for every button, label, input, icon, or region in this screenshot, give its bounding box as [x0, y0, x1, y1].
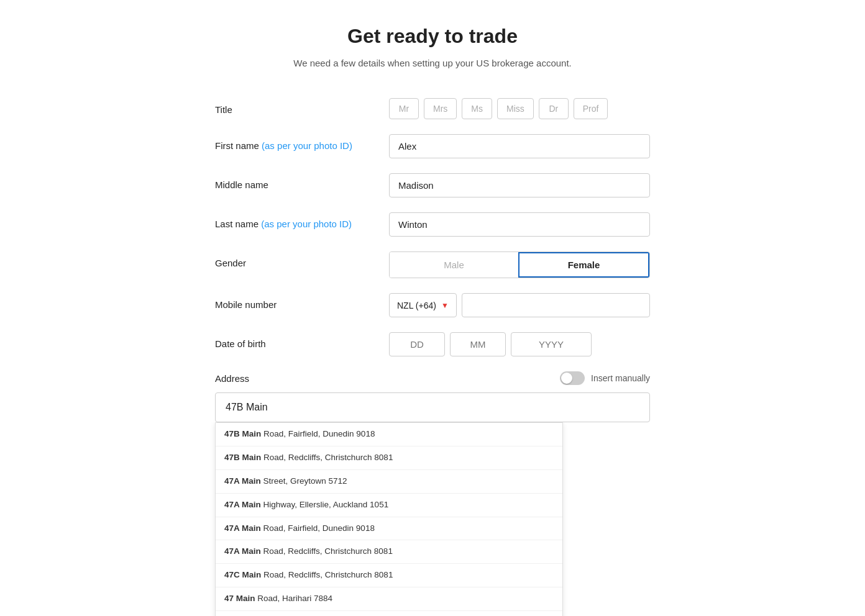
- title-btn-ms[interactable]: Ms: [462, 98, 492, 119]
- middle-name-input[interactable]: [389, 173, 650, 197]
- toggle-knob: [561, 373, 572, 384]
- dob-month-input[interactable]: [450, 332, 506, 356]
- first-name-hint: (as per your photo ID): [262, 140, 352, 151]
- insert-manually-toggle[interactable]: [560, 371, 585, 385]
- page-subtitle: We need a few details when setting up yo…: [12, 58, 853, 68]
- gender-male-button[interactable]: Male: [390, 252, 518, 278]
- mobile-inputs: NZL (+64) ▼: [389, 293, 650, 317]
- address-suggestion[interactable]: 47A Main Road, Fairfield, Dunedin 9018: [216, 517, 562, 541]
- address-suggestion[interactable]: 47C Main Road, Redcliffs, Christchurch 8…: [216, 564, 562, 587]
- last-name-input[interactable]: [389, 212, 650, 237]
- address-suggestion[interactable]: 47A Main Highway, Ellerslie, Auckland 10…: [216, 494, 562, 517]
- gender-buttons-group: Male Female: [389, 251, 650, 278]
- mobile-number-input[interactable]: [462, 293, 650, 317]
- dob-control: [389, 332, 650, 356]
- title-row: Title MrMrsMsMissDrProf: [215, 98, 650, 119]
- address-suggestion[interactable]: 47 Main Road, Harihari 7884: [216, 587, 562, 611]
- address-suggestion[interactable]: 47B Main Road, Fairfield, Dunedin 9018: [216, 423, 562, 446]
- address-dropdown: 47B Main Road, Fairfield, Dunedin 901847…: [215, 422, 563, 616]
- title-label: Title: [215, 98, 389, 115]
- country-code-text: NZL (+64): [397, 301, 436, 310]
- mobile-control: NZL (+64) ▼: [389, 293, 650, 317]
- address-suggestion[interactable]: 47B Main Road, Redcliffs, Christchurch 8…: [216, 446, 562, 470]
- gender-label: Gender: [215, 251, 389, 268]
- dob-inputs: [389, 332, 650, 356]
- dob-day-input[interactable]: [389, 332, 445, 356]
- insert-manually-label: Insert manually: [591, 373, 650, 383]
- mobile-row: Mobile number NZL (+64) ▼: [215, 293, 650, 317]
- last-name-control: [389, 212, 650, 237]
- address-input-wrapper: 47B Main Road, Fairfield, Dunedin 901847…: [215, 392, 650, 616]
- title-btn-mr[interactable]: Mr: [389, 98, 419, 119]
- middle-name-row: Middle name: [215, 173, 650, 197]
- first-name-row: First name (as per your photo ID): [215, 134, 650, 158]
- middle-name-label: Middle name: [215, 173, 389, 190]
- address-suggestion[interactable]: 47A Main Street, Greytown 5712: [216, 470, 562, 494]
- last-name-label: Last name (as per your photo ID): [215, 212, 389, 229]
- mobile-label: Mobile number: [215, 293, 389, 310]
- chevron-down-icon: ▼: [441, 301, 449, 310]
- dob-label: Date of birth: [215, 332, 389, 349]
- last-name-hint: (as per your photo ID): [261, 219, 352, 229]
- title-btn-prof[interactable]: Prof: [574, 98, 608, 119]
- address-label: Address: [215, 373, 389, 384]
- gender-female-button[interactable]: Female: [518, 252, 649, 278]
- page-title: Get ready to trade: [12, 25, 853, 48]
- middle-name-control: [389, 173, 650, 197]
- address-header-row: Address Insert manually: [215, 371, 650, 385]
- first-name-label: First name (as per your photo ID): [215, 134, 389, 151]
- gender-row: Gender Male Female: [215, 251, 650, 278]
- dob-row: Date of birth: [215, 332, 650, 356]
- address-suggestion[interactable]: 47A Main Road, Redcliffs, Christchurch 8…: [216, 540, 562, 564]
- dob-year-input[interactable]: [511, 332, 592, 356]
- gender-control: Male Female: [389, 251, 650, 278]
- title-btn-dr[interactable]: Dr: [539, 98, 569, 119]
- title-buttons-group: MrMrsMsMissDrProf: [389, 98, 650, 119]
- title-btn-miss[interactable]: Miss: [497, 98, 534, 119]
- address-input[interactable]: [215, 392, 650, 422]
- first-name-control: [389, 134, 650, 158]
- address-suggestion[interactable]: 47 Main Road, Havelock 7100: [216, 611, 562, 616]
- first-name-input[interactable]: [389, 134, 650, 158]
- country-code-select[interactable]: NZL (+64) ▼: [389, 293, 457, 317]
- title-btn-mrs[interactable]: Mrs: [424, 98, 457, 119]
- address-toggle-area: Insert manually: [389, 371, 650, 385]
- last-name-row: Last name (as per your photo ID): [215, 212, 650, 237]
